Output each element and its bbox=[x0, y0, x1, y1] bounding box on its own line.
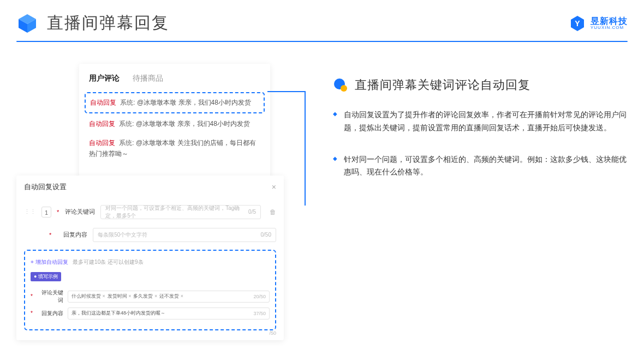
keyword-count: 0/5 bbox=[248, 209, 256, 215]
keyword-placeholder: 对同一个问题，可设置多个相近、高频的关键词，Tag确定，最多5个 bbox=[105, 204, 248, 220]
bullet-item: 针对同一个问题，可设置多个相近的、高频的关键词。例如：这款多少钱、这块能优惠吗、… bbox=[333, 153, 628, 179]
right-title: 直播间弹幕关键词评论自动回复 bbox=[355, 77, 530, 93]
keyword-row: ⋮⋮ 1 * 评论关键词 对同一个问题，可设置多个相近、高频的关键词，Tag确定… bbox=[24, 205, 276, 219]
example-kw-label: 评论关键词 bbox=[37, 289, 63, 304]
comment-row: 自动回复 系统: @冰墩墩本墩 亲亲，我们48小时内发货 bbox=[87, 114, 263, 134]
system-tag: 系统: bbox=[119, 120, 134, 128]
example-content-value: 亲，我们这边都是下单48小时内发货的喔～ bbox=[71, 310, 165, 317]
content-placeholder: 每条限50个中文字符 bbox=[98, 231, 147, 239]
chip[interactable]: 多久发货 bbox=[133, 293, 157, 300]
brand: Y 昱新科技 YUUXIN.COM bbox=[569, 15, 628, 32]
tab-user-comments[interactable]: 用户评论 bbox=[89, 74, 120, 83]
example-tag: ● 填写示例 bbox=[31, 272, 61, 281]
comment-text: @冰墩墩本墩 亲亲，我们48小时内发货 bbox=[136, 120, 250, 128]
content-count: 0/50 bbox=[261, 232, 271, 238]
example-content-label: 回复内容 bbox=[37, 310, 63, 317]
content-input[interactable]: 每条限50个中文字符 0/50 bbox=[93, 228, 276, 242]
required-dot: * bbox=[31, 310, 33, 316]
required-dot: * bbox=[49, 232, 51, 238]
tabs: 用户评论 待播商品 bbox=[87, 71, 263, 89]
auto-reply-tag: 自动回复 bbox=[90, 99, 116, 106]
content-label: 回复内容 bbox=[57, 231, 87, 239]
chip[interactable]: 还不发货 bbox=[159, 293, 183, 300]
required-dot: * bbox=[57, 209, 59, 215]
content-row: * 回复内容 每条限50个中文字符 0/50 bbox=[49, 228, 276, 242]
comment-card: 用户评论 待播商品 自动回复 系统: @冰墩墩本墩 亲亲，我们48小时内发货 自… bbox=[79, 64, 270, 180]
tab-pending-goods[interactable]: 待播商品 bbox=[133, 74, 163, 83]
comment-text: @冰墩墩本墩 亲亲，我们48小时内发货 bbox=[137, 99, 251, 106]
row-number: 1 bbox=[41, 207, 51, 218]
comment-row: 自动回复 系统: @冰墩墩本墩 关注我们的店铺，每日都有热门推荐呦～ bbox=[87, 134, 263, 163]
example-kw-count: 20/50 bbox=[253, 294, 266, 299]
settings-card: 自动回复设置 × ⋮⋮ 1 * 评论关键词 对同一个问题，可设置多个相近、高频的… bbox=[16, 176, 284, 340]
right-column: 直播间弹幕关键词评论自动回复 自动回复设置为了提升作者的评论回复效率，作者可在开… bbox=[333, 64, 628, 340]
required-dot: * bbox=[31, 293, 33, 299]
keyword-input[interactable]: 对同一个问题，可设置多个相近、高频的关键词，Tag确定，最多5个 0/5 bbox=[100, 205, 261, 219]
svg-point-5 bbox=[341, 85, 347, 92]
brand-sub: YUUXIN.COM bbox=[591, 26, 628, 30]
header-left: 直播间弹幕回复 bbox=[16, 12, 169, 34]
brand-name: 昱新科技 bbox=[591, 17, 628, 26]
cube-logo-icon bbox=[16, 13, 38, 34]
example-kw-input[interactable]: 什么时候发货 发货时间 多久发货 还不发货 20/50 bbox=[68, 291, 270, 303]
svg-text:Y: Y bbox=[575, 19, 580, 28]
example-content-count: 37/50 bbox=[253, 311, 266, 316]
settings-title-row: 自动回复设置 × bbox=[24, 182, 276, 196]
chip[interactable]: 发货时间 bbox=[108, 293, 132, 300]
left-column: 用户评论 待播商品 自动回复 系统: @冰墩墩本墩 亲亲，我们48小时内发货 自… bbox=[16, 64, 311, 340]
example-content-row: * 回复内容 亲，我们这边都是下单48小时内发货的喔～ 37/50 bbox=[31, 307, 270, 319]
keyword-label: 评论关键词 bbox=[64, 208, 95, 216]
example-box: + 增加自动回复 最多可建10条 还可以创建9条 ● 填写示例 * 评论关键词 … bbox=[24, 250, 276, 330]
page-title: 直播间弹幕回复 bbox=[47, 12, 169, 34]
auto-reply-tag: 自动回复 bbox=[89, 139, 115, 147]
extra-count: /50 bbox=[269, 330, 276, 336]
example-content-input[interactable]: 亲，我们这边都是下单48小时内发货的喔～ 37/50 bbox=[68, 307, 270, 319]
right-heading: 直播间弹幕关键词评论自动回复 bbox=[333, 77, 628, 93]
system-tag: 系统: bbox=[120, 99, 135, 106]
chat-bubble-icon bbox=[333, 77, 348, 93]
drag-handle-icon[interactable]: ⋮⋮ bbox=[24, 208, 36, 215]
settings-title: 自动回复设置 bbox=[24, 182, 67, 192]
comment-list: 自动回复 系统: @冰墩墩本墩 亲亲，我们48小时内发货 自动回复 系统: @冰… bbox=[87, 92, 263, 164]
page-header: 直播间弹幕回复 Y 昱新科技 YUUXIN.COM bbox=[0, 0, 644, 41]
chips: 什么时候发货 发货时间 多久发货 还不发货 bbox=[71, 293, 183, 300]
auto-reply-tag: 自动回复 bbox=[89, 120, 115, 128]
add-reply-note: 最多可建10条 还可以创建9条 bbox=[73, 259, 143, 265]
chip[interactable]: 什么时候发货 bbox=[71, 293, 105, 300]
bullet-list: 自动回复设置为了提升作者的评论回复效率，作者可在开播前针对常见的评论用户问题，提… bbox=[333, 108, 628, 179]
example-keyword-row: * 评论关键词 什么时候发货 发货时间 多久发货 还不发货 20/50 bbox=[31, 289, 270, 304]
delete-icon[interactable]: 🗑 bbox=[270, 208, 276, 216]
add-reply-link[interactable]: + 增加自动回复 bbox=[31, 258, 68, 266]
comment-row-highlighted: 自动回复 系统: @冰墩墩本墩 亲亲，我们48小时内发货 bbox=[85, 92, 265, 113]
system-tag: 系统: bbox=[119, 139, 134, 147]
brand-logo-icon: Y bbox=[569, 15, 586, 32]
bullet-item: 自动回复设置为了提升作者的评论回复效率，作者可在开播前针对常见的评论用户问题，提… bbox=[333, 108, 628, 135]
close-icon[interactable]: × bbox=[272, 183, 276, 191]
